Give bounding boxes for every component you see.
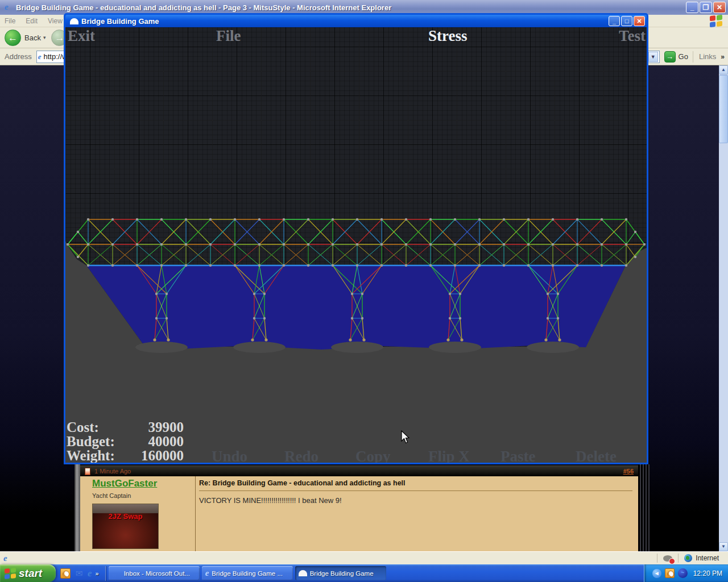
- ie-menu-view[interactable]: View: [48, 17, 63, 25]
- start-button-label: start: [19, 567, 42, 580]
- scrollbar-thumb[interactable]: [719, 75, 728, 143]
- tray-volume-icon[interactable]: ~: [678, 568, 688, 578]
- taskbar-button-inbox[interactable]: Inbox - Microsoft Out...: [109, 566, 200, 580]
- post-message-text: VICTORY IS MINE!!!!!!!!!!!!!!!!! I beat …: [199, 496, 342, 505]
- ie-minimize-button[interactable]: _: [686, 2, 698, 13]
- start-button[interactable]: start: [0, 564, 56, 582]
- weight-label: Weight:: [67, 448, 115, 463]
- game-close-button[interactable]: ✕: [634, 16, 645, 26]
- ie-restore-button[interactable]: ❐: [700, 2, 712, 13]
- flip-x-button[interactable]: Flip X: [428, 448, 470, 463]
- post-number-link[interactable]: #56: [623, 468, 634, 475]
- game-window: Bridge Building Game _ □ ✕ Exit File Str…: [64, 13, 648, 464]
- copy-button[interactable]: Copy: [355, 448, 391, 463]
- forum-table-left-border: [75, 464, 80, 551]
- desktop: e Bridge Building Game - educational and…: [0, 0, 728, 582]
- links-chevron-icon[interactable]: »: [721, 53, 725, 61]
- game-maximize-button[interactable]: □: [621, 16, 632, 26]
- outlook-icon: [112, 569, 121, 578]
- ie-close-button[interactable]: ✕: [713, 2, 726, 13]
- weight-value: 160000: [141, 448, 184, 463]
- avatar-caption: 2JZ Swap: [93, 512, 158, 521]
- game-menu-exit[interactable]: Exit: [68, 27, 95, 45]
- forum-post-body: [80, 476, 638, 551]
- internet-zone-icon: [684, 554, 692, 562]
- game-menu-test[interactable]: Test: [619, 27, 646, 45]
- bridge-arch-icon: [70, 18, 78, 24]
- quick-launch-bar: ✉ e »: [56, 568, 104, 579]
- ie-menu-file[interactable]: File: [5, 17, 15, 25]
- scrollbar-down-button[interactable]: ▼: [719, 542, 728, 551]
- delete-button[interactable]: Delete: [576, 448, 617, 463]
- cost-label: Cost:: [67, 419, 99, 435]
- scrollbar-up-button[interactable]: ▲: [719, 65, 728, 74]
- ie-menu-edit[interactable]: Edit: [26, 17, 38, 25]
- system-tray: ◄ ~ 12:20 PM: [644, 564, 728, 582]
- taskbar-separator: [105, 566, 106, 581]
- game-window-title: Bridge Building Game: [81, 17, 607, 26]
- links-menu[interactable]: Links: [699, 52, 716, 61]
- post-author-link[interactable]: MustGoFaster: [92, 478, 157, 489]
- game-menu-file[interactable]: File: [216, 27, 241, 45]
- post-timestamp: 1 Minute Ago: [94, 468, 131, 475]
- redo-button[interactable]: Redo: [284, 448, 318, 463]
- quicklaunch-ie-icon[interactable]: e: [88, 569, 92, 577]
- post-doc-icon: [85, 468, 90, 475]
- cost-value: 39900: [148, 419, 184, 435]
- quicklaunch-chevron-icon[interactable]: »: [96, 570, 99, 577]
- forum-table-right-border: [638, 464, 650, 551]
- bridge-game-icon: [299, 570, 307, 576]
- game-titlebar[interactable]: Bridge Building Game _ □ ✕: [65, 15, 647, 27]
- taskbar-button-game[interactable]: Bridge Building Game: [295, 566, 386, 580]
- tray-hide-icons-button[interactable]: ◄: [652, 569, 661, 578]
- game-canvas[interactable]: Exit File Stress Test Cost: 39900 Budget…: [65, 27, 647, 463]
- page-icon: e: [38, 52, 42, 61]
- game-menu-stress[interactable]: Stress: [428, 27, 468, 45]
- address-label: Address: [5, 52, 32, 61]
- mouse-cursor: [401, 430, 411, 445]
- quicklaunch-mail-icon[interactable]: ✉: [74, 568, 84, 579]
- post-column-divider: [195, 476, 196, 551]
- post-subject-rule: [199, 490, 632, 491]
- privacy-report-icon[interactable]: [663, 555, 672, 562]
- back-dropdown-caret[interactable]: ▾: [43, 35, 46, 40]
- budget-stat: Budget: 40000: [67, 434, 186, 448]
- bridge-design-canvas[interactable]: [65, 27, 647, 463]
- post-author-title: Yacht Captain: [92, 492, 131, 499]
- undo-button[interactable]: Undo: [212, 448, 247, 463]
- taskbar-button-browser[interactable]: e Bridge Building Game ...: [202, 566, 293, 580]
- cost-stat: Cost: 39900: [67, 419, 186, 434]
- paste-button[interactable]: Paste: [500, 448, 535, 463]
- go-label: Go: [679, 52, 688, 61]
- budget-label: Budget:: [67, 434, 115, 450]
- back-button[interactable]: ←: [5, 30, 21, 46]
- ie-statusbar: e Internet: [0, 551, 728, 564]
- address-dropdown-button[interactable]: ▼: [648, 52, 658, 62]
- author-avatar-image: 2JZ Swap: [92, 504, 159, 549]
- ie-window-title: Bridge Building Game - educational and a…: [16, 3, 685, 12]
- go-button[interactable]: → Go: [664, 51, 688, 63]
- taskbar-clock: 12:20 PM: [693, 569, 722, 577]
- back-button-label[interactable]: Back: [24, 34, 41, 42]
- taskbar: start ✉ e » Inbox - Microsoft Out... e B…: [0, 564, 728, 582]
- post-subject: Re: Bridge Building Game - educational a…: [199, 479, 406, 487]
- budget-value: 40000: [148, 434, 184, 450]
- status-page-icon: e: [3, 554, 7, 563]
- go-arrow-icon: →: [664, 51, 676, 63]
- forum-post-header: 1 Minute Ago #56: [80, 465, 638, 476]
- page-scrollbar[interactable]: ▲ ▼: [719, 65, 728, 551]
- game-minimize-button[interactable]: _: [609, 16, 620, 26]
- ie-icon: e: [205, 569, 209, 577]
- windows-flag-icon: [710, 15, 722, 27]
- security-zone-label: Internet: [696, 554, 719, 562]
- windows-start-flag-icon: [5, 568, 16, 579]
- quicklaunch-outlook-icon[interactable]: [60, 568, 71, 579]
- weight-stat: Weight: 160000: [67, 448, 186, 462]
- ie-app-icon: e: [5, 3, 14, 12]
- toolbar-separator: [693, 51, 693, 63]
- tray-outlook-reminder-icon[interactable]: [665, 568, 675, 578]
